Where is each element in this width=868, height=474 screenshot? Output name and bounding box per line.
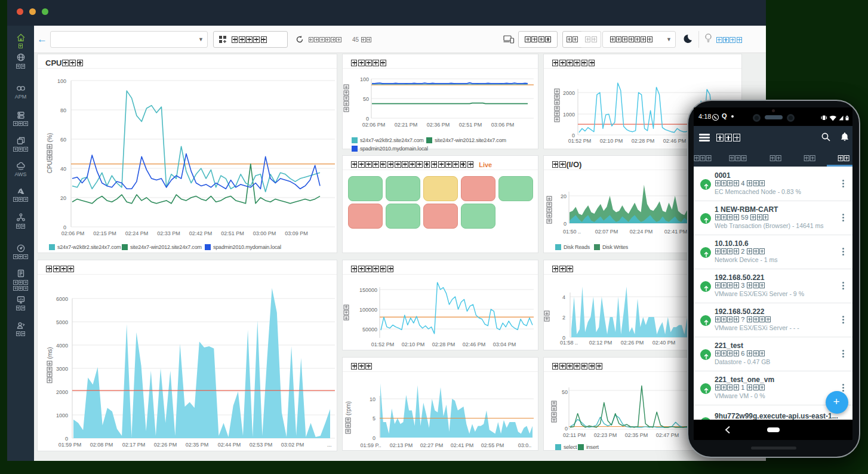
svg-text:80: 80 [60,107,66,113]
svg-text:03:06 PM: 03:06 PM [491,122,515,128]
svg-text:3000: 3000 [56,366,68,372]
svg-text:02:42 PM: 02:42 PM [189,230,213,236]
svg-text:0: 0 [565,426,568,432]
svg-text:0: 0 [366,116,369,122]
svg-text:02:15 PM: 02:15 PM [93,230,116,236]
svg-text:02:35 PM: 02:35 PM [186,442,209,448]
svg-text:100: 100 [57,78,66,84]
svg-text:0: 0 [373,435,375,441]
svg-text:2: 2 [562,315,565,321]
svg-text:02:27 PM: 02:27 PM [420,442,444,448]
svg-text:100000: 100000 [359,307,377,313]
svg-text:6000: 6000 [56,296,68,302]
svg-text:02:53 PM: 02:53 PM [250,442,273,448]
svg-text:50: 50 [363,96,369,102]
svg-text:03:00 PM: 03:00 PM [253,230,276,236]
svg-text:02:36 PM: 02:36 PM [427,122,450,128]
svg-text:03:0..: 03:0.. [518,442,532,448]
svg-text:10: 10 [370,396,375,402]
svg-text:60: 60 [60,137,66,143]
svg-text:50000: 50000 [362,327,377,333]
svg-text:02:12 PM: 02:12 PM [589,340,612,346]
svg-text:03:02 PM: 03:02 PM [281,442,304,448]
svg-text:20: 20 [561,193,567,199]
svg-text:02:28 PM: 02:28 PM [432,341,455,347]
svg-text:02:26 PM: 02:26 PM [621,340,644,346]
svg-text:01:59 P..: 01:59 P.. [361,442,381,448]
svg-text:50: 50 [562,389,568,395]
svg-text:02:10 PM: 02:10 PM [600,138,623,144]
svg-text:02:41 PM: 02:41 PM [451,442,474,448]
svg-text:02:28 PM: 02:28 PM [632,138,655,144]
svg-text:01:59 PM: 01:59 PM [59,442,82,448]
svg-text:5: 5 [373,415,375,421]
svg-text:01:52 PM: 01:52 PM [568,138,592,144]
svg-text:02:17 PM: 02:17 PM [122,442,146,448]
svg-text:01:58 ..: 01:58 .. [560,340,578,346]
svg-text:0: 0 [63,224,66,230]
svg-text:0: 0 [65,436,68,442]
svg-text:02:26 PM: 02:26 PM [154,442,177,448]
svg-text:02:23 PM: 02:23 PM [594,432,617,438]
svg-text:02:06 PM: 02:06 PM [61,230,85,236]
svg-text:02:10 PM: 02:10 PM [402,341,425,347]
svg-text:0: 0 [564,221,567,227]
svg-text:02:24 PM: 02:24 PM [125,230,149,236]
svg-text:1000: 1000 [563,112,575,118]
svg-text:5000: 5000 [56,319,68,325]
svg-text:02:46 PM: 02:46 PM [463,341,486,347]
svg-text:02:33 PM: 02:33 PM [157,230,180,236]
svg-text:150000: 150000 [359,287,377,293]
svg-text:02:40 PM: 02:40 PM [652,340,676,346]
svg-text:02:44 PM: 02:44 PM [218,442,241,448]
svg-text:02:46 PM: 02:46 PM [663,138,687,144]
svg-text:02:08 PM: 02:08 PM [90,442,113,448]
svg-text:01:52 PM: 01:52 PM [371,341,395,347]
svg-text:02:24 PM: 02:24 PM [630,229,653,235]
svg-text:100: 100 [360,76,369,82]
svg-text:02:21 PM: 02:21 PM [395,122,418,128]
svg-text:0: 0 [572,133,575,138]
svg-text:02:06 PM: 02:06 PM [362,122,386,128]
svg-text:03:09 PM: 03:09 PM [285,230,308,236]
svg-text:20: 20 [60,195,66,201]
svg-text:40: 40 [60,166,66,172]
svg-text:2000: 2000 [56,389,68,395]
svg-text:01:50 ..: 01:50 .. [563,229,581,235]
svg-text:02:55 PM: 02:55 PM [481,442,504,448]
svg-text:02:47 PM: 02:47 PM [656,432,679,438]
svg-text:02:51 PM: 02:51 PM [459,122,482,128]
svg-text:02:11 PM: 02:11 PM [563,432,586,438]
svg-text:4: 4 [562,294,565,300]
svg-text:03:04 PM: 03:04 PM [493,341,516,347]
svg-text:02:41 PM: 02:41 PM [664,229,688,235]
svg-text:02:13 PM: 02:13 PM [390,442,413,448]
svg-text:02:07 PM: 02:07 PM [595,229,618,235]
svg-text:2000: 2000 [563,90,575,96]
svg-text:02:35 PM: 02:35 PM [625,432,648,438]
svg-text:...: ... [327,442,332,448]
svg-text:02:51 PM: 02:51 PM [221,230,244,236]
svg-text:1000: 1000 [56,413,68,418]
svg-text:4000: 4000 [56,343,68,349]
